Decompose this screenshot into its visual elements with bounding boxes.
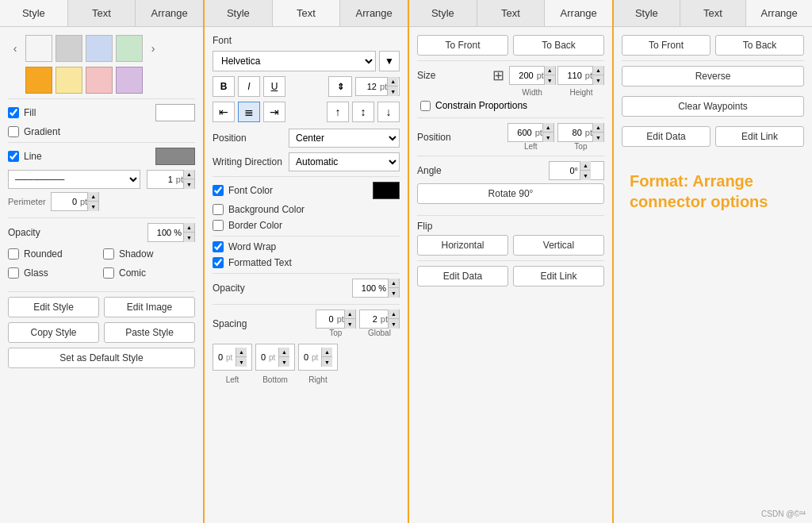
line-width-down[interactable]: ▼ <box>183 179 194 189</box>
line-spacing-button[interactable]: ⇕ <box>328 76 352 97</box>
angle-input[interactable] <box>550 166 580 175</box>
paste-style-button[interactable]: Paste Style <box>104 322 195 343</box>
font-size-spinner[interactable]: pt ▲ ▼ <box>355 77 400 96</box>
font-name-dropdown[interactable]: Helvetica Arial Times New Roman <box>213 51 376 71</box>
copy-style-button[interactable]: Copy Style <box>8 322 99 343</box>
to-back-button-3[interactable]: To Back <box>513 35 604 56</box>
spacing-bottom-up[interactable]: ▲ <box>278 348 289 357</box>
height-up[interactable]: ▲ <box>592 66 603 75</box>
tab-text-4[interactable]: Text <box>680 0 747 26</box>
flip-vertical-button[interactable]: Vertical <box>513 235 604 256</box>
opacity-input[interactable] <box>148 228 183 237</box>
tab-arrange-3[interactable]: Arrange <box>545 0 612 26</box>
shadow-checkbox[interactable] <box>103 248 114 260</box>
writing-dir-dropdown[interactable]: Automatic LTR RTL <box>289 152 400 171</box>
width-down[interactable]: ▼ <box>544 75 555 85</box>
font-size-input[interactable] <box>356 82 378 91</box>
comic-checkbox[interactable] <box>103 267 114 279</box>
edit-link-button-4[interactable]: Edit Link <box>715 126 804 147</box>
spacing-right-up[interactable]: ▲ <box>321 348 332 357</box>
left-down[interactable]: ▼ <box>542 133 553 142</box>
rotate-90-button[interactable]: Rotate 90° <box>417 183 604 204</box>
swatch-light-blue[interactable] <box>86 35 113 62</box>
spacing-global-spinner[interactable]: pt ▲ ▼ <box>359 310 400 329</box>
underline-button[interactable]: U <box>263 76 285 97</box>
width-input[interactable] <box>510 71 535 80</box>
line-style-dropdown[interactable]: ──────── - - - - - ········· <box>8 170 140 189</box>
glass-checkbox[interactable] <box>8 267 19 279</box>
edit-data-button-4[interactable]: Edit Data <box>622 126 710 147</box>
tab-style-4[interactable]: Style <box>614 0 680 26</box>
top-spinner[interactable]: pt ▲ ▼ <box>557 123 604 142</box>
angle-down[interactable]: ▼ <box>580 171 591 180</box>
tab-arrange-1[interactable]: Arrange <box>136 0 203 26</box>
swatch-light-green[interactable] <box>116 35 143 62</box>
top-input[interactable] <box>558 128 584 137</box>
to-back-button-4[interactable]: To Back <box>715 35 804 56</box>
spacing-bottom-down[interactable]: ▼ <box>278 357 289 367</box>
font-size-up[interactable]: ▲ <box>387 77 398 87</box>
gradient-checkbox[interactable] <box>8 126 19 137</box>
spacing-top-down[interactable]: ▼ <box>344 319 355 329</box>
spacing-top-input[interactable] <box>316 314 335 324</box>
spacing-right-down[interactable]: ▼ <box>321 357 332 367</box>
left-input[interactable] <box>508 128 534 137</box>
font-color-checkbox[interactable] <box>213 185 224 196</box>
opacity-down[interactable]: ▼ <box>183 233 194 242</box>
swatch-lavender[interactable] <box>116 67 143 94</box>
left-up[interactable]: ▲ <box>542 123 553 133</box>
edit-link-button-3[interactable]: Edit Link <box>513 266 604 286</box>
italic-button[interactable]: I <box>238 76 260 97</box>
line-checkbox[interactable] <box>8 151 19 162</box>
word-wrap-checkbox[interactable] <box>213 241 224 252</box>
to-front-button-3[interactable]: To Front <box>417 35 508 56</box>
opacity-spinner[interactable]: ▲ ▼ <box>147 223 195 242</box>
p2-opacity-spinner[interactable]: ▲ ▼ <box>352 279 400 298</box>
set-default-button[interactable]: Set as Default Style <box>8 348 195 368</box>
edit-data-button-3[interactable]: Edit Data <box>417 266 508 286</box>
align-left-button[interactable]: ⇤ <box>213 102 235 122</box>
swatch-light-gray[interactable] <box>56 35 82 62</box>
tab-text-1[interactable]: Text <box>68 0 136 26</box>
width-up[interactable]: ▲ <box>544 66 555 75</box>
swatch-yellow[interactable] <box>56 67 82 94</box>
tab-arrange-4[interactable]: Arrange <box>746 0 812 26</box>
edit-image-button[interactable]: Edit Image <box>104 297 195 317</box>
fill-checkbox[interactable] <box>8 107 19 118</box>
spacing-top-spinner[interactable]: pt ▲ ▼ <box>316 310 356 329</box>
height-down[interactable]: ▼ <box>592 75 603 85</box>
top-down[interactable]: ▼ <box>592 133 603 142</box>
align-center-button[interactable]: ≣ <box>238 102 260 122</box>
perimeter-down[interactable]: ▼ <box>87 202 98 211</box>
tab-style-1[interactable]: Style <box>0 0 68 26</box>
formatted-text-checkbox[interactable] <box>213 257 224 268</box>
p2-opacity-up[interactable]: ▲ <box>388 279 399 288</box>
spacing-top-up[interactable]: ▲ <box>344 310 355 319</box>
angle-up[interactable]: ▲ <box>580 161 591 171</box>
spacing-global-input[interactable] <box>360 314 379 324</box>
swatch-orange[interactable] <box>25 67 52 94</box>
tab-text-2[interactable]: Text <box>273 0 341 26</box>
perimeter-input[interactable] <box>52 197 79 206</box>
font-size-down[interactable]: ▼ <box>387 87 398 96</box>
position-dropdown[interactable]: Center Top Bottom <box>289 129 400 148</box>
left-spinner[interactable]: pt ▲ ▼ <box>508 123 554 142</box>
bold-button[interactable]: B <box>213 76 235 97</box>
height-spinner[interactable]: pt ▲ ▼ <box>557 66 604 85</box>
tab-style-2[interactable]: Style <box>205 0 273 26</box>
p2-opacity-down[interactable]: ▼ <box>388 288 399 298</box>
top-up[interactable]: ▲ <box>592 123 603 133</box>
constrain-checkbox[interactable] <box>420 101 431 111</box>
font-color-preview[interactable] <box>373 182 400 199</box>
bg-color-checkbox[interactable] <box>213 204 224 215</box>
tab-style-3[interactable]: Style <box>409 0 477 26</box>
reverse-button[interactable]: Reverse <box>622 66 804 87</box>
perimeter-up[interactable]: ▲ <box>87 192 98 202</box>
line-width-spinner[interactable]: pt ▲ ▼ <box>147 170 195 189</box>
spacing-global-up[interactable]: ▲ <box>388 310 399 319</box>
spacing-left-down[interactable]: ▼ <box>236 357 247 367</box>
line-width-input[interactable] <box>147 175 174 184</box>
perimeter-spinner[interactable]: pt ▲ ▼ <box>51 192 99 211</box>
spacing-global-down[interactable]: ▼ <box>388 319 399 329</box>
font-dropdown-btn[interactable]: ▼ <box>379 51 400 71</box>
